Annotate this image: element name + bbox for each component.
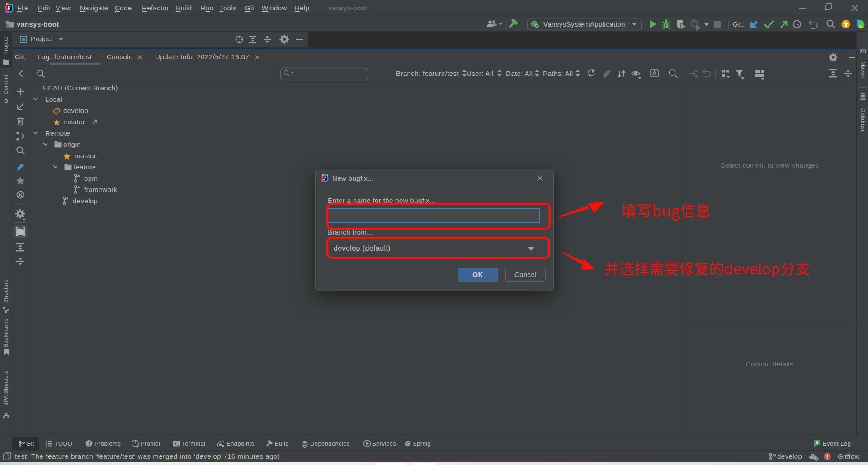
- svg-text:5: 5: [816, 440, 819, 445]
- svg-text:Git:: Git:: [733, 20, 744, 28]
- svg-text:?: ?: [812, 454, 815, 459]
- svg-text:VansysSystemApplication: VansysSystemApplication: [543, 20, 625, 28]
